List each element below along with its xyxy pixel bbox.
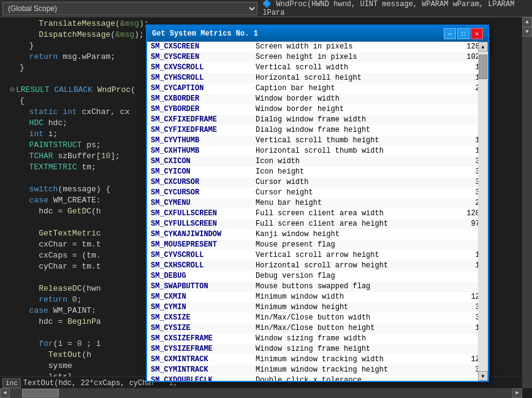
metric-name: SM_CXCURSOR <box>147 177 252 188</box>
table-body: SM_CXSCREEN Screen width in pixels 1280 … <box>147 42 488 381</box>
metric-desc: Caption bar height <box>252 83 449 94</box>
table-row: SM_CYFIXEDFRAME Dialog window frame heig… <box>147 125 488 136</box>
metric-desc: Minimum window tracking width <box>252 354 449 365</box>
dialog-scrollbar[interactable]: ▲ ▼ <box>478 42 488 381</box>
metric-name: SM_CYVTHUMB <box>147 136 252 146</box>
table-row: SM_CYSIZE Min/Max/Close button height 19 <box>147 323 488 334</box>
metric-name: SM_CXFIXEDFRAME <box>147 115 252 125</box>
dialog-content: SM_CXSCREEN Screen width in pixels 1280 … <box>147 42 488 381</box>
table-row: SM_CYCURSOR Cursor height 32 <box>147 188 488 198</box>
metric-name: SM_CYCURSOR <box>147 188 252 198</box>
toolbar: (Global Scope) 🔷 WndProc(HWND hwnd, UINT… <box>0 0 532 17</box>
metric-name: SM_CXDOUBLECLK <box>147 375 252 381</box>
minimize-button[interactable]: — <box>444 28 456 39</box>
metric-name: SM_DEBUG <box>147 271 252 281</box>
metric-desc: Dialog window frame width <box>252 115 449 125</box>
scope-dropdown[interactable]: (Global Scope) <box>2 2 257 15</box>
vertical-scrollbar[interactable]: ▲ ▼ <box>522 17 532 388</box>
table-row: SM_CXSIZEFRAME Window sizing frame width… <box>147 334 488 344</box>
metric-desc: Min/Max/Close button width <box>252 313 449 323</box>
metric-name: SM_CYKANJIWINDOW <box>147 229 252 240</box>
metric-name: SM_CYFIXEDFRAME <box>147 125 252 136</box>
metric-name: SM_CYMIN <box>147 302 252 313</box>
metric-desc: Window border height <box>252 104 449 115</box>
dialog-title: Get System Metrics No. 1 <box>152 29 258 38</box>
metric-name: SM_CXSIZEFRAME <box>147 334 252 344</box>
dialog-scroll-track[interactable] <box>478 52 488 371</box>
metric-name: SM_CXHTHUMB <box>147 146 252 156</box>
metric-desc: Minimum window width <box>252 292 449 302</box>
metric-desc: Screen height in pixels <box>252 52 449 63</box>
table-row: SM_CXDOUBLECLK Double click x tolerance … <box>147 375 488 381</box>
metric-name: SM_CYSIZE <box>147 323 252 334</box>
metric-name: SM_CXVSCROLL <box>147 63 252 73</box>
metric-desc: Mouse buttons swapped flag <box>252 281 449 292</box>
metric-name: SM_CYMENU <box>147 198 252 209</box>
metric-desc: Window border width <box>252 94 449 104</box>
metrics-table: SM_CXSCREEN Screen width in pixels 1280 … <box>147 42 488 381</box>
metric-desc: Dialog window frame height <box>252 125 449 136</box>
dialog-controls: — □ ✕ <box>444 28 483 39</box>
maximize-button[interactable]: □ <box>457 28 469 39</box>
metric-name: SM_CYHSCROLL <box>147 73 252 83</box>
close-button[interactable]: ✕ <box>471 28 483 39</box>
metric-desc: Double click x tolerance <box>252 375 449 381</box>
dialog-scroll-up[interactable]: ▲ <box>478 42 488 52</box>
metric-desc: Icon width <box>252 156 449 167</box>
metric-desc: Horizontal scroll height <box>252 73 449 83</box>
metric-name: SM_CXICON <box>147 156 252 167</box>
scroll-down-arrow[interactable]: ▼ <box>522 27 532 37</box>
func-label: 🔷 WndProc(HWND hwnd, UINT message, WPARA… <box>262 0 532 17</box>
metric-desc: Vertical scroll thumb height <box>252 136 449 146</box>
metric-desc: Window sizing frame height <box>252 344 449 354</box>
table-row: SM_CXCURSOR Cursor width 32 <box>147 177 488 188</box>
table-row: SM_CXHSCROLL Horizontal scroll arrow hei… <box>147 261 488 271</box>
table-row: SM_CYMENU Menu bar height 20 <box>147 198 488 209</box>
table-row: SM_CYSIZEFRAME Window sizing frame heigh… <box>147 344 488 354</box>
metric-desc: Kanji window height <box>252 229 449 240</box>
dialog-window: Get System Metrics No. 1 — □ ✕ SM_CXSCRE… <box>146 25 489 382</box>
metric-name: SM_CXHSCROLL <box>147 261 252 271</box>
metric-name: SM_CXSIZE <box>147 313 252 323</box>
horizontal-scrollbar[interactable]: ◄ ► <box>0 388 522 398</box>
metric-desc: Cursor height <box>252 188 449 198</box>
metric-name: SM_CYCAPTION <box>147 83 252 94</box>
metric-name: SM_SWAPBUTTON <box>147 281 252 292</box>
metric-desc: Horizontal scroll arrow height <box>252 261 449 271</box>
scroll-left-arrow[interactable]: ◄ <box>0 388 10 398</box>
table-row: SM_CYMINTRACK Minimum window tracking he… <box>147 365 488 375</box>
scroll-up-arrow[interactable]: ▲ <box>522 17 532 27</box>
table-row: SM_CXFULLSCREEN Full screen client area … <box>147 209 488 219</box>
table-row: SM_CYSCREEN Screen height in pixels 1024 <box>147 52 488 63</box>
metric-desc: Menu bar height <box>252 198 449 209</box>
h-scroll-thumb[interactable] <box>22 389 59 397</box>
table-row: SM_CYICON Icon height 32 <box>147 167 488 177</box>
metric-desc: Vertical scroll width <box>252 63 449 73</box>
metric-name: SM_CYMINTRACK <box>147 365 252 375</box>
metric-desc: Cursor width <box>252 177 449 188</box>
metric-desc: Minimum window height <box>252 302 449 313</box>
inc-label: inc <box>2 378 21 388</box>
table-row: SM_CYFULLSCREEN Full screen client area … <box>147 219 488 229</box>
metric-desc: Vertical scroll arrow height <box>252 250 449 261</box>
scroll-right-arrow[interactable]: ► <box>512 388 522 398</box>
table-row: SM_CYMIN Minimum window height 36 <box>147 302 488 313</box>
table-row: SM_CXHTHUMB Horizontal scroll thumb widt… <box>147 146 488 156</box>
metric-name: SM_CXSCREEN <box>147 42 252 52</box>
table-row: SM_CYBORDER Window border height 1 <box>147 104 488 115</box>
table-row: SM_CXBORDER Window border width 1 <box>147 94 488 104</box>
dialog-scroll-down[interactable]: ▼ <box>478 371 488 381</box>
metric-name: SM_CXFULLSCREEN <box>147 209 252 219</box>
table-row: SM_CXMIN Minimum window width 124 <box>147 292 488 302</box>
table-row: SM_CXSCREEN Screen width in pixels 1280 <box>147 42 488 52</box>
metric-name: SM_CXMINTRACK <box>147 354 252 365</box>
metric-desc: Window sizing frame width <box>252 334 449 344</box>
metric-name: SM_CYVSCROLL <box>147 250 252 261</box>
table-row: SM_CXVSCROLL Vertical scroll width 17 <box>147 63 488 73</box>
metric-desc: Screen width in pixels <box>252 42 449 52</box>
table-row: SM_MOUSEPRESENT Mouse present flag 1 <box>147 240 488 250</box>
dialog-scroll-thumb[interactable] <box>479 55 487 79</box>
metric-desc: Min/Max/Close button height <box>252 323 449 334</box>
table-row: SM_CYCAPTION Caption bar height 20 <box>147 83 488 94</box>
metric-desc: Minimum window tracking height <box>252 365 449 375</box>
